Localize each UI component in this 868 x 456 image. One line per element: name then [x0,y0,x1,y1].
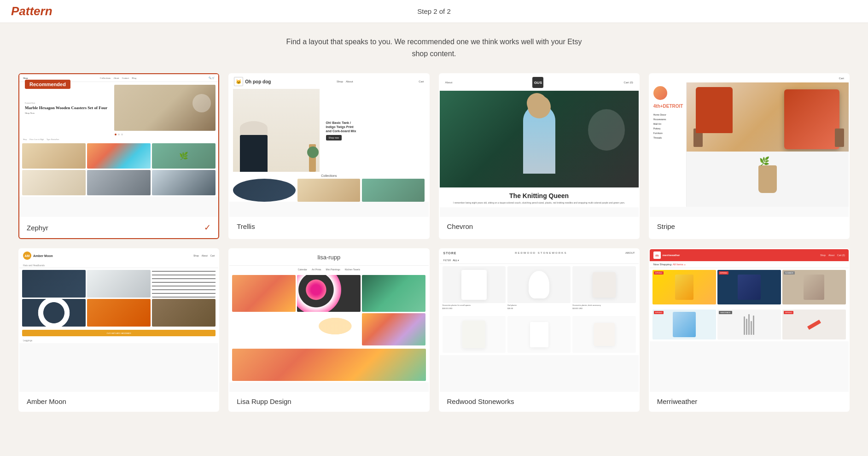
theme-preview-redwood: STORE REDWOOD STONEWORKS ABOUT FILTERALL… [440,249,639,392]
theme-label-zephyr: Zephyr ✓ [19,217,218,238]
theme-card-merriweather[interactable]: m merriweather ShopAboutCart (0) Now Sho… [649,248,850,412]
theme-label-redwood: Redwood Stoneworks [440,392,639,411]
theme-preview-stripe: Cart 4th+DETROIT Home Decor Housewares W… [650,74,849,217]
theme-card-amber-moon[interactable]: AM Amber Moon ShopAboutCart Hats and Hea… [18,248,219,412]
step-indicator: Step 2 of 2 [417,7,451,15]
theme-card-lisa-rupp[interactable]: lisa-rupp CalendarArt PrintsMini Paintin… [228,248,429,412]
themes-grid: Recommended Shop CollectionsAboutContact… [0,69,868,430]
theme-label-merriweather: Merriweather [650,392,849,411]
theme-preview-merriweather: m merriweather ShopAboutCart (0) Now Sho… [650,249,849,392]
theme-label-chevron: Chevron [440,217,639,236]
theme-label-trellis: Trellis [229,217,428,236]
theme-preview-trellis: 🐱 Oh pop dog ShopAbout Cart [229,74,428,217]
theme-label-amber-moon: Amber Moon [19,392,218,411]
theme-preview-zephyr: Recommended Shop CollectionsAboutContact… [19,74,218,217]
theme-card-redwood[interactable]: STORE REDWOOD STONEWORKS ABOUT FILTERALL… [439,248,640,412]
selected-checkmark: ✓ [204,222,211,233]
theme-card-trellis[interactable]: 🐱 Oh pop dog ShopAbout Cart [228,73,429,239]
theme-card-chevron[interactable]: About GUS Cart (0) The Knitting Queen I … [439,73,640,239]
theme-label-lisa-rupp: Lisa Rupp Design Lisa Rupp Design [229,392,428,411]
theme-label-stripe: Stripe [650,217,849,236]
theme-card-stripe[interactable]: Cart 4th+DETROIT Home Decor Housewares W… [649,73,850,239]
theme-preview-amber-moon: AM Amber Moon ShopAboutCart Hats and Hea… [19,249,218,392]
brand-logo: Pattern [11,4,52,18]
theme-preview-lisa-rupp: lisa-rupp CalendarArt PrintsMini Paintin… [229,249,428,392]
page-subtitle: Find a layout that speaks to you. We rec… [0,23,868,69]
recommended-badge: Recommended [25,80,70,89]
theme-preview-chevron: About GUS Cart (0) The Knitting Queen I … [440,74,639,217]
page-header: Pattern Step 2 of 2 [0,0,868,23]
theme-card-zephyr[interactable]: Recommended Shop CollectionsAboutContact… [18,73,219,239]
